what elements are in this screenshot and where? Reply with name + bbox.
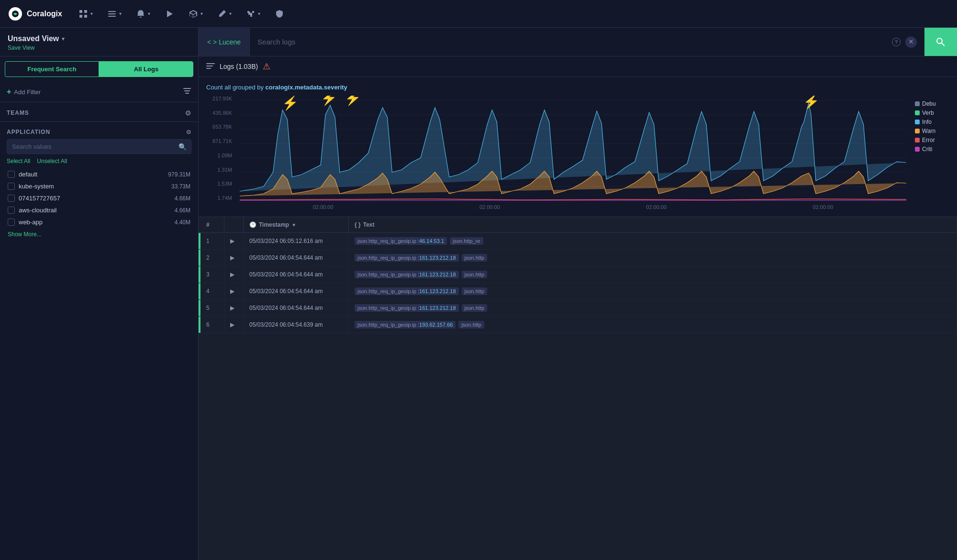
legend-label: Criti [922, 146, 932, 153]
application-label: APPLICATION [7, 129, 50, 135]
text-brace-icon: { } [355, 221, 361, 228]
search-go-btn[interactable] [924, 28, 957, 56]
legend-color-dot [915, 120, 920, 124]
app-checkbox[interactable] [8, 207, 15, 214]
td-timestamp: 05/03/2024 06:04:54.644 am [244, 300, 349, 316]
legend-label: Error [922, 137, 935, 143]
help-icon[interactable]: ? [892, 38, 901, 46]
th-expand [224, 217, 244, 232]
app-list-item[interactable]: web-app 4.40M [7, 216, 191, 228]
table-row[interactable]: 5 ▶ 05/03/2024 06:04:54.644 am json.http… [199, 300, 957, 317]
log-tag-key: json.http_req_ip_geoip.ip :161.123.212.1… [355, 304, 459, 312]
view-title[interactable]: Unsaved View ▾ [8, 34, 190, 43]
svg-rect-7 [108, 16, 116, 17]
app-list-item[interactable]: aws-cloudtrail 4.66M [7, 204, 191, 216]
lucene-btn[interactable]: < > Lucene [199, 28, 250, 56]
add-filter-btn[interactable]: + Add Filter [7, 88, 41, 96]
clear-search-btn[interactable]: × [905, 36, 917, 48]
show-more-link[interactable]: Show More... [7, 228, 191, 241]
td-expand-btn[interactable]: ▶ [224, 300, 244, 316]
legend-color-dot [915, 147, 920, 152]
save-view-link[interactable]: Save View [8, 44, 190, 51]
legend-item: Info [915, 119, 949, 125]
chart-legend: Debu Verb Info Warn Error Criti [911, 96, 949, 210]
app-list-item[interactable]: 074157727657 4.66M [7, 192, 191, 204]
log-tag-2: json.http_re [450, 237, 483, 245]
chart-title: Count all grouped by coralogix.metadata.… [206, 84, 949, 91]
td-text: json.http_req_ip_geoip.ip :46.14.53.1 js… [349, 233, 957, 249]
logs-warning-badge[interactable]: ⚠ [263, 61, 270, 72]
menu-nav-btn[interactable]: ▾ [104, 7, 124, 21]
teams-section-header[interactable]: TEAMS ⊙ [7, 107, 191, 119]
search-values-input[interactable] [7, 139, 191, 154]
app-checkbox[interactable] [8, 195, 15, 202]
chart-title-field: coralogix.metadata.severity [266, 84, 347, 91]
svg-rect-13 [206, 66, 213, 66]
legend-label: Debu [922, 100, 936, 107]
add-filter-label: Add Filter [14, 88, 41, 96]
chart-title-prefix: Count all grouped by [206, 84, 266, 91]
app-checkbox[interactable] [8, 171, 15, 178]
shield-nav-btn[interactable] [272, 7, 287, 21]
table-row[interactable]: 2 ▶ 05/03/2024 06:04:54.644 am json.http… [199, 250, 957, 266]
app-list: default 979.31M kube-system 33.73M 07415… [7, 168, 191, 228]
sort-icon[interactable]: ▼ [291, 222, 296, 228]
y-axis-label: 1.53M [206, 181, 232, 187]
grid-nav-btn[interactable]: ▾ [76, 7, 96, 21]
timestamp-clock-icon: 🕐 [249, 221, 256, 228]
th-timestamp[interactable]: 🕐 Timestamp ▼ [244, 217, 349, 232]
td-expand-btn[interactable]: ▶ [224, 284, 244, 299]
select-all-link[interactable]: Select All [7, 158, 30, 165]
tab-frequent-search[interactable]: Frequent Search [5, 61, 99, 77]
bell-nav-btn[interactable]: ▾ [133, 7, 153, 21]
main-layout: Unsaved View ▾ Save View Frequent Search… [0, 28, 957, 560]
logs-title-text: Logs (1.03B) [220, 63, 258, 70]
tab-all-logs[interactable]: All Logs [99, 61, 193, 77]
chart-main: ⚡ ⚡ ⚡ ⚡ 02:00:0002:00:0002:00:0002:00:00 [240, 96, 906, 210]
log-tag-key: json.http_req_ip_geoip.ip :161.123.212.1… [355, 287, 459, 295]
teams-chevron-icon: ⊙ [185, 109, 191, 117]
td-expand-btn[interactable]: ▶ [224, 233, 244, 249]
app-name: Coralogix [27, 10, 62, 18]
app-name-label: default [19, 171, 164, 178]
td-expand-btn[interactable]: ▶ [224, 250, 244, 265]
app-count-label: 33.73M [171, 183, 190, 190]
legend-label: Verb [922, 110, 934, 116]
app-checkbox[interactable] [8, 219, 15, 226]
td-text: json.http_req_ip_geoip.ip :161.123.212.1… [349, 283, 957, 299]
top-nav: Coralogix ▾ ▾ ▾ ▾ ▾ ▾ [0, 0, 957, 28]
view-dropdown-icon[interactable]: ▾ [62, 36, 65, 42]
td-num: 2 [200, 250, 224, 265]
table-row[interactable]: 1 ▶ 05/03/2024 06:05:12.616 am json.http… [199, 233, 957, 250]
unselect-all-link[interactable]: Unselect All [37, 158, 67, 165]
app-list-item[interactable]: default 979.31M [7, 168, 191, 180]
play-nav-btn[interactable] [162, 7, 177, 21]
app-checkbox[interactable] [8, 183, 15, 190]
y-axis-label: 435.86K [206, 110, 232, 116]
search-values-icon: 🔍 [178, 143, 187, 151]
th-timestamp-label: Timestamp [259, 221, 289, 228]
table-row[interactable]: 6 ▶ 05/03/2024 06:04:54.639 am json.http… [199, 317, 957, 333]
search-logs-input[interactable] [257, 38, 887, 46]
lightning-2: ⚡ [321, 96, 337, 106]
table-row[interactable]: 3 ▶ 05/03/2024 06:04:54.644 am json.http… [199, 266, 957, 283]
edit-nav-btn[interactable]: ▾ [214, 7, 234, 21]
td-timestamp: 05/03/2024 06:04:54.644 am [244, 250, 349, 265]
menu-icon [107, 9, 117, 19]
th-text: { } Text [349, 217, 957, 232]
app-section-header[interactable]: APPLICATION ⊙ [7, 127, 191, 139]
td-expand-btn[interactable]: ▶ [224, 267, 244, 282]
td-expand-btn[interactable]: ▶ [224, 317, 244, 332]
cube-nav-btn[interactable]: ▾ [186, 7, 206, 21]
bell-icon [136, 9, 145, 19]
app-list-item[interactable]: kube-system 33.73M [7, 180, 191, 192]
svg-rect-3 [79, 15, 82, 18]
legend-item: Criti [915, 146, 949, 153]
tab-row: Frequent Search All Logs [0, 56, 198, 82]
lightning-4: ⚡ [803, 96, 820, 110]
table-row[interactable]: 4 ▶ 05/03/2024 06:04:54.644 am json.http… [199, 283, 957, 300]
svg-rect-14 [206, 68, 211, 69]
route-nav-btn[interactable]: ▾ [243, 7, 263, 21]
table-header: # 🕐 Timestamp ▼ { } Text [199, 217, 957, 233]
filter-options-icon[interactable] [183, 87, 191, 97]
